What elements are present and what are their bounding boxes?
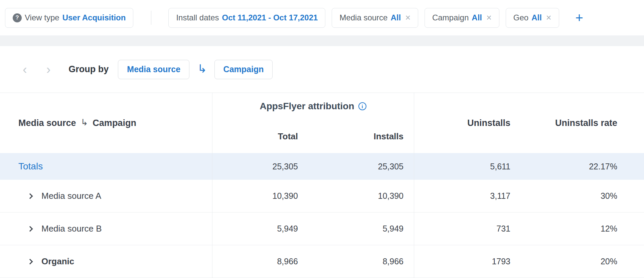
install-dates-label: Install dates bbox=[176, 13, 219, 22]
media-source-filter-value: All bbox=[390, 13, 401, 22]
cell-uninstalls: 3,117 bbox=[414, 191, 522, 201]
install-dates-value: Oct 11,2021 - Oct 17,2021 bbox=[222, 13, 318, 22]
chevron-right-icon[interactable] bbox=[27, 259, 33, 264]
cell-uninstalls: 731 bbox=[414, 224, 522, 234]
column-header-installs[interactable]: Installs bbox=[313, 120, 414, 153]
totals-installs: 25,305 bbox=[313, 162, 414, 171]
attribution-title: AppsFlyer attribution bbox=[260, 101, 354, 112]
appsflyer-dashboard: ? View type User Acquisition Install dat… bbox=[0, 0, 644, 278]
view-type-label: View type bbox=[25, 13, 59, 22]
row-label: Media source B bbox=[41, 224, 102, 234]
chevron-left-icon[interactable]: ‹ bbox=[19, 63, 30, 76]
help-icon[interactable]: ? bbox=[13, 13, 22, 22]
group-by-secondary-button[interactable]: Campaign bbox=[214, 60, 273, 79]
cell-uninstalls-rate: 30% bbox=[522, 191, 644, 201]
row-expand-media-source-b[interactable]: Media source B bbox=[0, 224, 212, 234]
cell-total: 5,949 bbox=[212, 224, 313, 234]
column-header-uninstalls-rate[interactable]: Uninstalls rate bbox=[522, 93, 644, 153]
attribution-header: AppsFlyer attribution i bbox=[212, 93, 414, 120]
close-icon[interactable]: × bbox=[486, 13, 492, 22]
cell-total: 10,390 bbox=[212, 191, 313, 201]
row-group-header: Media source ↳ Campaign bbox=[0, 93, 212, 153]
column-divider bbox=[414, 93, 414, 278]
column-header-uninstalls[interactable]: Uninstalls bbox=[414, 93, 522, 153]
cell-uninstalls-rate: 20% bbox=[522, 257, 644, 266]
cell-installs: 8,966 bbox=[313, 257, 414, 266]
media-source-filter[interactable]: Media source All × bbox=[332, 8, 418, 28]
nested-arrow-icon: ↳ bbox=[197, 63, 207, 74]
cell-installs: 10,390 bbox=[313, 191, 414, 201]
nested-arrow-icon: ↳ bbox=[81, 117, 88, 128]
section-divider bbox=[0, 35, 644, 46]
view-type-value: User Acquisition bbox=[62, 13, 126, 22]
cell-uninstalls-rate: 12% bbox=[522, 224, 644, 234]
attribution-table: Media source ↳ Campaign AppsFlyer attrib… bbox=[0, 93, 644, 278]
install-dates-filter[interactable]: Install dates Oct 11,2021 - Oct 17,2021 bbox=[168, 8, 325, 28]
chevron-right-icon[interactable] bbox=[27, 193, 33, 199]
info-icon[interactable]: i bbox=[358, 102, 366, 110]
geo-filter[interactable]: Geo All × bbox=[506, 8, 559, 28]
view-type-filter[interactable]: ? View type User Acquisition bbox=[5, 8, 133, 28]
table-row: Organic 8,966 8,966 1793 20% bbox=[0, 245, 644, 278]
geo-filter-value: All bbox=[531, 13, 542, 22]
close-icon[interactable]: × bbox=[546, 13, 551, 22]
totals-label: Totals bbox=[0, 161, 212, 172]
campaign-filter[interactable]: Campaign All × bbox=[425, 8, 499, 28]
add-filter-button[interactable]: + bbox=[576, 11, 583, 24]
column-header-total[interactable]: Total bbox=[212, 120, 313, 153]
row-header-second: Campaign bbox=[93, 118, 136, 128]
filter-bar-divider bbox=[151, 11, 151, 25]
group-by-label: Group by bbox=[68, 64, 109, 75]
totals-total: 25,305 bbox=[212, 162, 313, 171]
group-by-primary-button[interactable]: Media source bbox=[118, 60, 189, 79]
row-expand-media-source-a[interactable]: Media source A bbox=[0, 191, 212, 201]
column-divider bbox=[212, 93, 212, 278]
campaign-filter-value: All bbox=[472, 13, 482, 22]
totals-uninstalls: 5,611 bbox=[414, 162, 522, 171]
row-label: Organic bbox=[41, 256, 74, 267]
table-header: Media source ↳ Campaign AppsFlyer attrib… bbox=[0, 93, 644, 153]
cell-uninstalls: 1793 bbox=[414, 257, 522, 266]
cell-installs: 5,949 bbox=[313, 224, 414, 234]
totals-uninstalls-rate: 22.17% bbox=[522, 162, 644, 171]
close-icon[interactable]: × bbox=[405, 13, 411, 22]
group-by-bar: ‹ › Group by Media source ↳ Campaign bbox=[0, 46, 644, 93]
table-row: Media source A 10,390 10,390 3,117 30% bbox=[0, 180, 644, 213]
chevron-right-icon[interactable]: › bbox=[43, 63, 54, 76]
table-row: Media source B 5,949 5,949 731 12% bbox=[0, 213, 644, 245]
campaign-filter-label: Campaign bbox=[432, 13, 469, 22]
geo-filter-label: Geo bbox=[513, 13, 528, 22]
cell-total: 8,966 bbox=[212, 257, 313, 266]
chevron-right-icon[interactable] bbox=[27, 226, 33, 232]
row-expand-organic[interactable]: Organic bbox=[0, 256, 212, 267]
totals-row: Totals 25,305 25,305 5,611 22.17% bbox=[0, 153, 644, 180]
row-header-first: Media source bbox=[18, 118, 76, 128]
row-label: Media source A bbox=[41, 191, 101, 201]
media-source-filter-label: Media source bbox=[339, 13, 387, 22]
filter-bar: ? View type User Acquisition Install dat… bbox=[0, 0, 644, 35]
